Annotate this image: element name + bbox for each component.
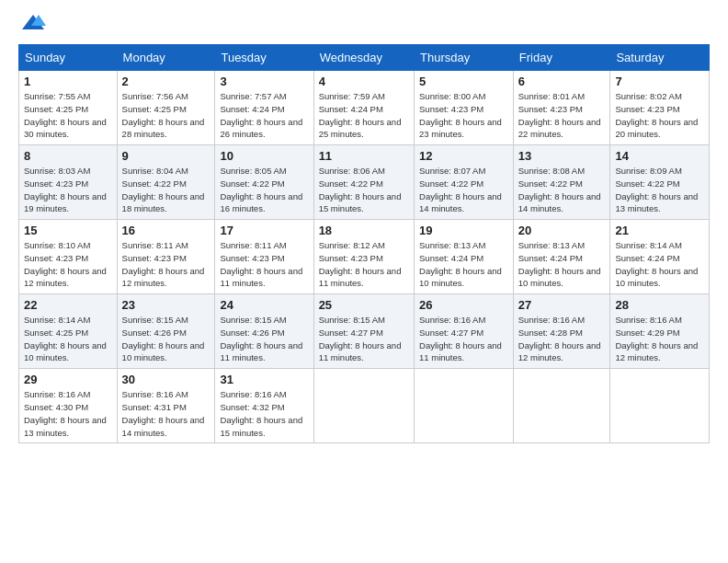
day-info: Sunrise: 8:12 AMSunset: 4:23 PMDaylight:… bbox=[319, 239, 409, 290]
calendar-cell: 8 Sunrise: 8:03 AMSunset: 4:23 PMDayligh… bbox=[19, 145, 118, 220]
day-number: 17 bbox=[220, 224, 308, 237]
calendar-cell bbox=[513, 369, 610, 443]
day-number: 26 bbox=[419, 298, 508, 312]
day-number: 2 bbox=[122, 75, 210, 88]
day-number: 16 bbox=[122, 224, 210, 237]
day-number: 3 bbox=[220, 75, 308, 88]
calendar-week-row: 1 Sunrise: 7:55 AMSunset: 4:25 PMDayligh… bbox=[19, 71, 710, 145]
day-number: 11 bbox=[319, 149, 409, 163]
day-info: Sunrise: 7:57 AMSunset: 4:24 PMDaylight:… bbox=[220, 90, 308, 141]
day-info: Sunrise: 8:11 AMSunset: 4:23 PMDaylight:… bbox=[122, 239, 210, 290]
calendar-cell: 9 Sunrise: 8:04 AMSunset: 4:22 PMDayligh… bbox=[117, 145, 215, 220]
logo-icon bbox=[20, 13, 46, 33]
day-number: 15 bbox=[24, 224, 112, 237]
day-info: Sunrise: 8:06 AMSunset: 4:22 PMDaylight:… bbox=[319, 165, 409, 215]
day-info: Sunrise: 8:10 AMSunset: 4:23 PMDaylight:… bbox=[24, 239, 112, 290]
day-number: 6 bbox=[518, 75, 606, 88]
day-number: 10 bbox=[220, 149, 308, 163]
calendar-cell: 16 Sunrise: 8:11 AMSunset: 4:23 PMDaylig… bbox=[117, 220, 215, 294]
calendar-cell bbox=[610, 369, 710, 443]
calendar-table: SundayMondayTuesdayWednesdayThursdayFrid… bbox=[18, 44, 710, 443]
day-number: 4 bbox=[319, 75, 409, 88]
weekday-header-thursday: Thursday bbox=[415, 45, 514, 71]
calendar-cell: 12 Sunrise: 8:07 AMSunset: 4:22 PMDaylig… bbox=[415, 145, 514, 220]
calendar-cell: 31 Sunrise: 8:16 AMSunset: 4:32 PMDaylig… bbox=[215, 369, 313, 443]
day-info: Sunrise: 8:15 AMSunset: 4:26 PMDaylight:… bbox=[220, 314, 308, 364]
day-number: 19 bbox=[419, 224, 508, 237]
weekday-header-row: SundayMondayTuesdayWednesdayThursdayFrid… bbox=[19, 45, 710, 71]
calendar-cell: 15 Sunrise: 8:10 AMSunset: 4:23 PMDaylig… bbox=[19, 220, 118, 294]
calendar-cell: 5 Sunrise: 8:00 AMSunset: 4:23 PMDayligh… bbox=[415, 71, 514, 145]
day-number: 18 bbox=[319, 224, 409, 237]
logo bbox=[18, 15, 46, 35]
weekday-header-wednesday: Wednesday bbox=[313, 45, 414, 71]
day-number: 22 bbox=[24, 298, 112, 312]
day-info: Sunrise: 8:01 AMSunset: 4:23 PMDaylight:… bbox=[518, 90, 606, 141]
calendar-cell bbox=[313, 369, 414, 443]
calendar-cell: 23 Sunrise: 8:15 AMSunset: 4:26 PMDaylig… bbox=[117, 294, 215, 369]
calendar-cell: 30 Sunrise: 8:16 AMSunset: 4:31 PMDaylig… bbox=[117, 369, 215, 443]
day-number: 27 bbox=[518, 298, 606, 312]
calendar-cell: 7 Sunrise: 8:02 AMSunset: 4:23 PMDayligh… bbox=[610, 71, 710, 145]
calendar-cell: 25 Sunrise: 8:15 AMSunset: 4:27 PMDaylig… bbox=[313, 294, 414, 369]
day-number: 21 bbox=[615, 224, 704, 237]
day-info: Sunrise: 8:13 AMSunset: 4:24 PMDaylight:… bbox=[518, 239, 606, 290]
day-info: Sunrise: 8:07 AMSunset: 4:22 PMDaylight:… bbox=[419, 165, 508, 215]
day-number: 25 bbox=[319, 298, 409, 312]
day-info: Sunrise: 8:16 AMSunset: 4:27 PMDaylight:… bbox=[419, 314, 508, 364]
day-info: Sunrise: 8:03 AMSunset: 4:23 PMDaylight:… bbox=[24, 165, 112, 215]
day-info: Sunrise: 8:00 AMSunset: 4:23 PMDaylight:… bbox=[419, 90, 508, 141]
calendar-cell: 21 Sunrise: 8:14 AMSunset: 4:24 PMDaylig… bbox=[610, 220, 710, 294]
calendar-week-row: 8 Sunrise: 8:03 AMSunset: 4:23 PMDayligh… bbox=[19, 145, 710, 220]
calendar-cell: 26 Sunrise: 8:16 AMSunset: 4:27 PMDaylig… bbox=[415, 294, 514, 369]
calendar-cell: 4 Sunrise: 7:59 AMSunset: 4:24 PMDayligh… bbox=[313, 71, 414, 145]
day-info: Sunrise: 8:16 AMSunset: 4:32 PMDaylight:… bbox=[220, 388, 308, 439]
calendar-cell: 20 Sunrise: 8:13 AMSunset: 4:24 PMDaylig… bbox=[513, 220, 610, 294]
calendar-cell: 3 Sunrise: 7:57 AMSunset: 4:24 PMDayligh… bbox=[215, 71, 313, 145]
calendar-cell: 6 Sunrise: 8:01 AMSunset: 4:23 PMDayligh… bbox=[513, 71, 610, 145]
day-number: 29 bbox=[24, 373, 112, 386]
day-number: 7 bbox=[615, 75, 704, 88]
day-info: Sunrise: 8:05 AMSunset: 4:22 PMDaylight:… bbox=[220, 165, 308, 215]
calendar-cell: 17 Sunrise: 8:11 AMSunset: 4:23 PMDaylig… bbox=[215, 220, 313, 294]
calendar-cell: 22 Sunrise: 8:14 AMSunset: 4:25 PMDaylig… bbox=[19, 294, 118, 369]
weekday-header-friday: Friday bbox=[513, 45, 610, 71]
day-info: Sunrise: 8:14 AMSunset: 4:24 PMDaylight:… bbox=[615, 239, 704, 290]
header bbox=[18, 15, 710, 35]
calendar-cell: 2 Sunrise: 7:56 AMSunset: 4:25 PMDayligh… bbox=[117, 71, 215, 145]
day-info: Sunrise: 8:15 AMSunset: 4:26 PMDaylight:… bbox=[122, 314, 210, 364]
calendar-cell: 24 Sunrise: 8:15 AMSunset: 4:26 PMDaylig… bbox=[215, 294, 313, 369]
weekday-header-saturday: Saturday bbox=[610, 45, 710, 71]
calendar-cell: 1 Sunrise: 7:55 AMSunset: 4:25 PMDayligh… bbox=[19, 71, 118, 145]
day-number: 13 bbox=[518, 149, 606, 163]
day-info: Sunrise: 8:04 AMSunset: 4:22 PMDaylight:… bbox=[122, 165, 210, 215]
day-number: 30 bbox=[122, 373, 210, 386]
day-info: Sunrise: 8:15 AMSunset: 4:27 PMDaylight:… bbox=[319, 314, 409, 364]
calendar-cell bbox=[415, 369, 514, 443]
calendar-cell: 11 Sunrise: 8:06 AMSunset: 4:22 PMDaylig… bbox=[313, 145, 414, 220]
day-info: Sunrise: 8:09 AMSunset: 4:22 PMDaylight:… bbox=[615, 165, 704, 215]
day-info: Sunrise: 7:56 AMSunset: 4:25 PMDaylight:… bbox=[122, 90, 210, 141]
day-info: Sunrise: 8:16 AMSunset: 4:28 PMDaylight:… bbox=[518, 314, 606, 364]
day-info: Sunrise: 8:16 AMSunset: 4:31 PMDaylight:… bbox=[122, 388, 210, 439]
weekday-header-monday: Monday bbox=[117, 45, 215, 71]
day-number: 28 bbox=[615, 298, 704, 312]
day-info: Sunrise: 7:55 AMSunset: 4:25 PMDaylight:… bbox=[24, 90, 112, 141]
day-info: Sunrise: 8:13 AMSunset: 4:24 PMDaylight:… bbox=[419, 239, 508, 290]
day-number: 5 bbox=[419, 75, 508, 88]
weekday-header-sunday: Sunday bbox=[19, 45, 118, 71]
calendar-cell: 28 Sunrise: 8:16 AMSunset: 4:29 PMDaylig… bbox=[610, 294, 710, 369]
calendar-cell: 27 Sunrise: 8:16 AMSunset: 4:28 PMDaylig… bbox=[513, 294, 610, 369]
calendar-cell: 18 Sunrise: 8:12 AMSunset: 4:23 PMDaylig… bbox=[313, 220, 414, 294]
calendar-cell: 10 Sunrise: 8:05 AMSunset: 4:22 PMDaylig… bbox=[215, 145, 313, 220]
day-info: Sunrise: 7:59 AMSunset: 4:24 PMDaylight:… bbox=[319, 90, 409, 141]
day-number: 14 bbox=[615, 149, 704, 163]
calendar-week-row: 29 Sunrise: 8:16 AMSunset: 4:30 PMDaylig… bbox=[19, 369, 710, 443]
day-info: Sunrise: 8:16 AMSunset: 4:30 PMDaylight:… bbox=[24, 388, 112, 439]
day-info: Sunrise: 8:14 AMSunset: 4:25 PMDaylight:… bbox=[24, 314, 112, 364]
day-info: Sunrise: 8:08 AMSunset: 4:22 PMDaylight:… bbox=[518, 165, 606, 215]
day-number: 31 bbox=[220, 373, 308, 386]
day-number: 9 bbox=[122, 149, 210, 163]
day-info: Sunrise: 8:16 AMSunset: 4:29 PMDaylight:… bbox=[615, 314, 704, 364]
day-info: Sunrise: 8:02 AMSunset: 4:23 PMDaylight:… bbox=[615, 90, 704, 141]
